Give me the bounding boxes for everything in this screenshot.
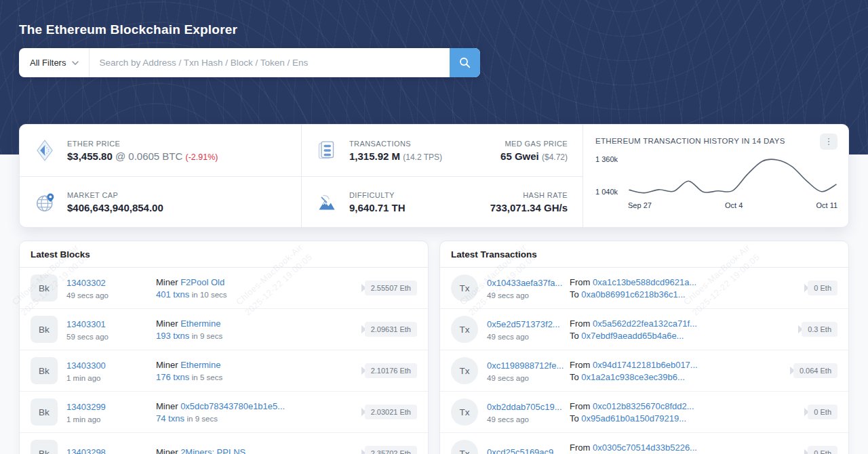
chevron-down-icon	[72, 61, 79, 65]
kebab-menu-button[interactable]: ⋮	[820, 133, 837, 150]
transaction-time: 49 secs ago	[487, 374, 570, 382]
to-address-link[interactable]: 0xa0b86991c6218b36c1...	[581, 289, 685, 300]
miner-link[interactable]: Ethermine	[180, 360, 220, 370]
block-number-link[interactable]: 13403301	[66, 319, 106, 329]
x-tick-0: Sep 27	[628, 201, 652, 209]
stat-transactions: TRANSACTIONS 1,315.92 M (14.2 TPS)	[317, 140, 442, 162]
search-button[interactable]	[450, 48, 480, 77]
transaction-value-tag: 0.3 Eth	[798, 322, 837, 337]
search-filter-dropdown[interactable]: All Filters	[19, 48, 90, 77]
miner-label: Miner	[156, 318, 178, 329]
block-badge: Bk	[31, 440, 58, 454]
from-label: From	[570, 277, 590, 287]
block-row: Bk 13403299 1 min ago Miner 0x5dcb783437…	[20, 392, 428, 433]
block-txns-link[interactable]: 401 txns	[156, 289, 189, 300]
block-reward-value: 2.10176 Eth	[365, 363, 417, 378]
block-badge: Bk	[31, 357, 58, 384]
latest-blocks-card: Latest Blocks Bk 13403302 49 secs ago Mi…	[19, 241, 429, 454]
from-address-link[interactable]: 0x0305c70514d33b5226...	[593, 442, 697, 453]
transaction-history-chart	[628, 155, 837, 201]
stat-med-gas-price: MED GAS PRICE 65 Gwei ($4.72)	[500, 140, 568, 162]
miner-label: Miner	[156, 277, 178, 287]
latest-transactions-card: Latest Transactions Tx 0x10433aefa37fa..…	[439, 241, 849, 454]
stats-col-network: TRANSACTIONS 1,315.92 M (14.2 TPS) MED G…	[301, 125, 583, 228]
to-label: To	[570, 331, 579, 341]
ether-price-btc: @ 0.0605 BTC	[115, 150, 182, 162]
block-time: 49 secs ago	[66, 291, 156, 300]
to-label: To	[570, 413, 579, 424]
transaction-row: Tx 0xb2ddab705c19... 49 secs ago From 0x…	[440, 392, 848, 433]
from-address-link[interactable]: 0x94d17412181b6eb017...	[593, 360, 698, 370]
block-txns-link[interactable]: 193 txns	[156, 331, 189, 341]
block-duration: in 9 secs	[187, 415, 218, 423]
transactions-list-icon	[317, 140, 341, 161]
block-txns-link[interactable]: 176 txns	[156, 372, 189, 382]
block-reward-tag: 2.03021 Eth	[361, 405, 417, 419]
transaction-badge: Tx	[451, 357, 478, 384]
from-address-link[interactable]: 0xa1c13be588dcd9621a...	[593, 277, 696, 287]
chart-title: ETHEREUM TRANSACTION HISTORY IN 14 DAYS	[595, 133, 785, 145]
transactions-tps: (14.2 TPS)	[403, 152, 442, 162]
transaction-value-tag: 0 Eth	[804, 281, 837, 295]
transactions-value: 1,315.92 M	[349, 150, 400, 162]
search-input[interactable]	[90, 48, 450, 77]
transaction-hash-link[interactable]: 0xb2ddab705c19...	[487, 402, 562, 412]
transaction-hash-link[interactable]: 0xc1198988712fe...	[487, 360, 564, 371]
from-label: From	[570, 318, 590, 329]
stats-col-price: ETHER PRICE $3,455.80 @ 0.0605 BTC (-2.9…	[20, 125, 301, 228]
to-address-link[interactable]: 0x1a2a1c938ce3ec39b6...	[581, 372, 685, 382]
market-cap-value: $406,643,940,854.00	[67, 202, 163, 213]
transaction-value: 0.064 Eth	[793, 363, 837, 378]
miner-link[interactable]: Ethermine	[180, 318, 220, 329]
difficulty-label: DIFFICULTY	[349, 191, 406, 199]
hash-rate-label: HASH RATE	[490, 191, 568, 199]
miner-label: Miner	[156, 401, 178, 411]
page-title: The Ethereum Blockchain Explorer	[19, 22, 237, 37]
block-number-link[interactable]: 13403298	[66, 447, 106, 454]
block-number-link[interactable]: 13403302	[66, 278, 106, 288]
block-duration: in 9 secs	[192, 332, 222, 340]
globe-pin-icon	[35, 192, 59, 213]
med-gas-label: MED GAS PRICE	[500, 140, 568, 148]
to-label: To	[570, 289, 579, 300]
transaction-value: 0 Eth	[808, 446, 837, 454]
transaction-row: Tx 0xcd25c5169ac9... From 0x0305c70514d3…	[440, 433, 848, 454]
latest-blocks-title: Latest Blocks	[20, 241, 428, 268]
block-txns-link[interactable]: 74 txns	[156, 413, 184, 424]
ether-price-change: (-2.91%)	[186, 152, 218, 162]
transaction-hash-link[interactable]: 0x10433aefa37fa...	[487, 278, 562, 288]
block-row: Bk 13403301 59 secs ago Miner Ethermine …	[20, 309, 428, 350]
stat-difficulty: DIFFICULTY 9,640.71 TH	[317, 191, 406, 213]
transaction-value-tag: 0.064 Eth	[790, 363, 837, 378]
stat-market-cap: MARKET CAP $406,643,940,854.00	[20, 176, 301, 228]
block-reward-tag: 2.55507 Eth	[361, 281, 417, 295]
stat-hash-rate: HASH RATE 733,071.34 GH/s	[490, 191, 568, 213]
ether-price-value: $3,455.80	[67, 150, 113, 162]
transaction-badge: Tx	[451, 316, 478, 343]
miner-link[interactable]: 2Miners: PPLNS	[180, 447, 245, 454]
to-address-link[interactable]: 0x7ebdf9aeadd65b4a6e...	[581, 331, 684, 341]
transaction-history-panel: ETHEREUM TRANSACTION HISTORY IN 14 DAYS …	[583, 125, 851, 228]
block-badge: Bk	[31, 274, 58, 302]
block-row: Bk 13403298 Miner 2Miners: PPLNS 2.35702…	[20, 433, 428, 454]
x-tick-2: Oct 11	[816, 201, 837, 209]
ether-price-label: ETHER PRICE	[67, 140, 218, 148]
block-row: Bk 13403302 49 secs ago Miner F2Pool Old…	[20, 268, 428, 309]
block-reward-value: 2.55507 Eth	[365, 281, 417, 295]
block-time: 59 secs ago	[66, 333, 156, 341]
transaction-hash-link[interactable]: 0xcd25c5169ac9...	[487, 447, 561, 454]
hash-rate-value: 733,071.34 GH/s	[490, 202, 568, 213]
transactions-label: TRANSACTIONS	[349, 140, 442, 148]
search-filter-label: All Filters	[30, 58, 66, 68]
market-cap-label: MARKET CAP	[67, 191, 163, 199]
block-number-link[interactable]: 13403299	[66, 402, 106, 412]
miner-link[interactable]: F2Pool Old	[180, 277, 224, 287]
transaction-hash-link[interactable]: 0x5e2d571373f2...	[487, 319, 560, 329]
block-number-link[interactable]: 13403300	[66, 360, 106, 371]
miner-link[interactable]: 0x5dcb78343780e1b1e5...	[180, 401, 285, 411]
block-time: 1 min ago	[66, 415, 156, 424]
x-tick-1: Oct 4	[725, 201, 743, 209]
from-address-link[interactable]: 0x5a562d22fea132ca71f...	[593, 318, 697, 329]
from-address-link[interactable]: 0xc012b8325670c8fdd2...	[593, 401, 694, 411]
to-address-link[interactable]: 0x95ad61b0a150d79219...	[581, 413, 686, 424]
